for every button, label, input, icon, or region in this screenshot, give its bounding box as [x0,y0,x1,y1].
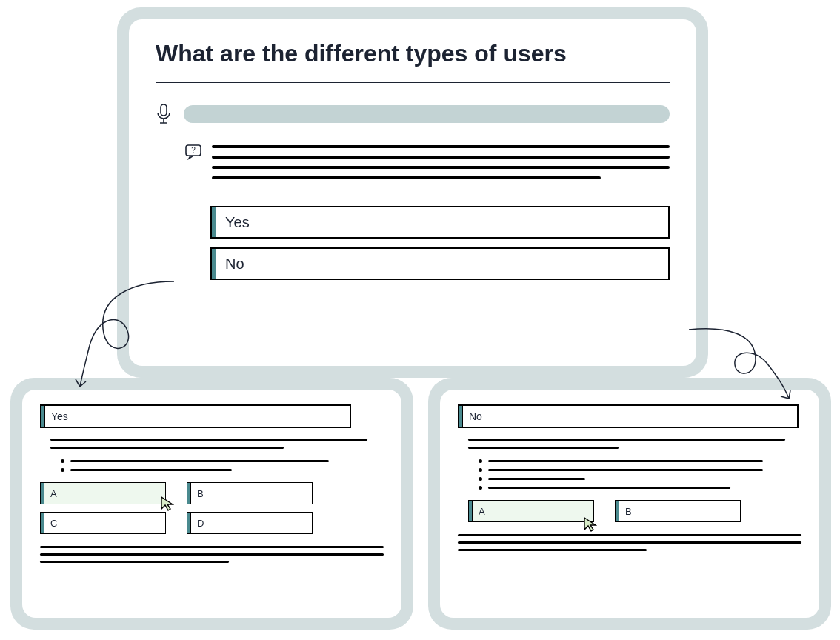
option-yes-label: Yes [216,214,250,231]
branch-no-header: No [458,404,799,428]
choice-a-button[interactable]: A [40,482,166,504]
chat-question-icon: ? [185,144,201,187]
branch-no-header-label: No [463,410,482,422]
microphone-icon[interactable] [156,104,172,124]
choice-b-button[interactable]: B [615,500,741,522]
branch-yes-text [40,439,384,449]
branch-yes-header: Yes [40,404,351,428]
main-panel-inner: What are the different types of users ? [129,19,696,366]
main-panel: What are the different types of users ? [117,7,708,378]
svg-rect-0 [161,104,167,116]
branch-no-text [458,439,801,449]
chat-response-row: ? [156,144,670,187]
choice-c-label: C [44,518,57,529]
choice-c-button[interactable]: C [40,512,166,534]
main-title: What are the different types of users [156,40,670,67]
branch-yes-bullets [40,459,384,472]
voice-input-bar[interactable] [184,105,670,123]
branch-yes-header-label: Yes [45,410,68,422]
branch-no-choices: A B [468,500,801,522]
choice-b-button[interactable]: B [187,482,313,504]
choice-b-label: B [191,488,204,499]
choice-b-label: B [619,506,632,517]
choice-a-label: A [473,506,485,517]
branch-yes-choices: A B C D [40,482,384,534]
svg-text:?: ? [191,146,196,154]
option-no-label: No [216,256,244,273]
option-yes-button[interactable]: Yes [210,206,670,239]
branch-yes-footer-text [40,546,384,563]
branch-yes-panel: Yes A B C D [10,378,413,630]
branch-no-bullets [458,459,801,490]
choice-a-button[interactable]: A [468,500,594,522]
response-text-placeholder [212,144,670,187]
choice-d-label: D [191,518,204,529]
choice-d-button[interactable]: D [187,512,313,534]
main-options: Yes No [156,206,670,280]
option-no-button[interactable]: No [210,247,670,280]
divider [156,82,670,83]
branch-no-footer-text [458,534,801,551]
choice-a-label: A [44,488,57,499]
voice-input-row [156,104,670,124]
branch-no-panel: No A B [428,378,831,630]
